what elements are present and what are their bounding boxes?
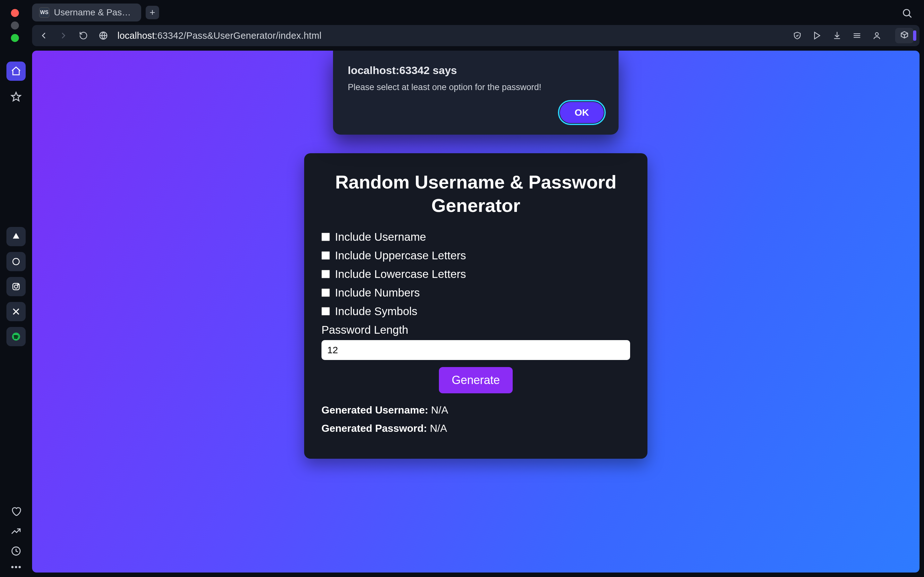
svg-marker-4	[814, 32, 820, 39]
history-clock-icon[interactable]	[11, 546, 21, 556]
generate-button[interactable]: Generate	[439, 367, 513, 393]
option-label: Include Numbers	[335, 286, 420, 299]
app-tile-instagram[interactable]	[6, 277, 26, 296]
svg-point-18	[11, 566, 13, 568]
javascript-alert-dialog: localhost:63342 says Please select at le…	[333, 51, 619, 135]
alert-message: Please select at least one option for th…	[348, 82, 604, 92]
checkbox-include-lowercase[interactable]	[321, 270, 330, 278]
shield-icon[interactable]	[792, 30, 803, 41]
app-tile-chatgpt[interactable]	[6, 252, 26, 271]
alert-title: localhost:63342 says	[348, 64, 604, 77]
option-label: Include Username	[335, 230, 426, 243]
send-icon[interactable]	[812, 30, 822, 41]
svg-point-15	[18, 284, 19, 285]
generated-username-row: Generated Username: N/A	[321, 404, 630, 416]
svg-point-19	[15, 566, 17, 568]
page-title: Random Username & Password Generator	[321, 171, 630, 217]
checkbox-include-symbols[interactable]	[321, 307, 330, 316]
option-label: Include Symbols	[335, 305, 417, 318]
tab-strip: WS Username & Password G +	[0, 0, 924, 25]
minimize-window-button[interactable]	[11, 21, 19, 29]
password-length-input[interactable]	[321, 340, 630, 360]
fullscreen-window-button[interactable]	[11, 34, 19, 42]
generated-username-value: N/A	[431, 404, 448, 416]
address-bar[interactable]: localhost:63342/Pass&UserGenerator/index…	[118, 31, 783, 41]
svg-point-12	[13, 258, 19, 265]
extensions-accent	[913, 31, 916, 41]
checkbox-include-numbers[interactable]	[321, 288, 330, 297]
svg-point-9	[875, 33, 878, 35]
option-include-lowercase[interactable]: Include Lowercase Letters	[321, 268, 630, 280]
browser-toolbar: localhost:63342/Pass&UserGenerator/index…	[32, 25, 919, 46]
generated-password-label: Generated Password:	[321, 422, 427, 434]
alert-ok-button[interactable]: OK	[560, 102, 604, 123]
tab-title: Username & Password G	[54, 7, 134, 18]
option-include-numbers[interactable]: Include Numbers	[321, 286, 630, 299]
sidebar-bottom	[0, 506, 32, 569]
more-ellipsis-icon[interactable]	[11, 566, 21, 569]
reload-button[interactable]	[78, 30, 89, 41]
favorites-heart-icon[interactable]	[11, 506, 21, 517]
app-tile-x[interactable]	[6, 302, 26, 321]
toolbar-right-icons	[792, 28, 914, 43]
left-sidebar	[0, 51, 32, 577]
tab-favicon: WS	[39, 7, 49, 18]
page-viewport: localhost:63342 says Please select at le…	[32, 51, 919, 572]
app-tile-1[interactable]	[6, 227, 26, 246]
svg-marker-11	[11, 92, 21, 101]
url-path: :63342/Pass&UserGenerator/index.html	[155, 31, 321, 41]
close-window-button[interactable]	[11, 9, 19, 17]
checkbox-include-username[interactable]	[321, 233, 330, 241]
option-label: Include Lowercase Letters	[335, 268, 466, 280]
new-tab-button[interactable]: +	[145, 6, 159, 19]
svg-line-1	[909, 15, 911, 17]
window-controls	[11, 9, 19, 42]
stats-icon[interactable]	[11, 526, 21, 537]
home-icon[interactable]	[6, 61, 26, 81]
profile-icon[interactable]	[871, 30, 882, 41]
generator-card: Random Username & Password Generator Inc…	[304, 153, 648, 459]
url-host: localhost	[118, 31, 155, 41]
checkbox-include-uppercase[interactable]	[321, 251, 330, 259]
option-include-uppercase[interactable]: Include Uppercase Letters	[321, 249, 630, 262]
option-label: Include Uppercase Letters	[335, 249, 466, 262]
option-include-symbols[interactable]: Include Symbols	[321, 305, 630, 318]
search-tabs-icon[interactable]	[901, 8, 913, 19]
generated-password-row: Generated Password: N/A	[321, 422, 630, 434]
downloads-icon[interactable]	[832, 30, 843, 41]
extensions-button[interactable]	[895, 28, 914, 43]
option-include-username[interactable]: Include Username	[321, 230, 630, 243]
forward-button[interactable]	[58, 30, 69, 41]
browser-tab[interactable]: WS Username & Password G	[32, 3, 141, 21]
site-info-icon[interactable]	[97, 30, 109, 41]
app-tile-spotify[interactable]	[6, 327, 26, 346]
password-length-label: Password Length	[321, 324, 630, 336]
generated-username-label: Generated Username:	[321, 404, 428, 416]
settings-sliders-icon[interactable]	[851, 30, 863, 41]
svg-point-14	[15, 285, 18, 288]
svg-point-20	[19, 566, 21, 568]
bookmark-star-icon[interactable]	[6, 87, 26, 106]
back-button[interactable]	[38, 30, 49, 41]
generated-password-value: N/A	[430, 422, 447, 434]
